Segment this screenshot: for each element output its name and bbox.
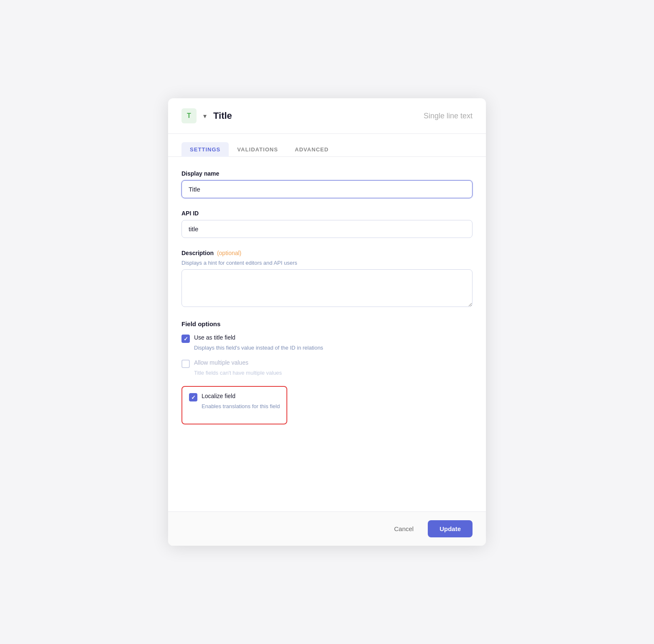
tab-advanced[interactable]: ADVANCED (286, 142, 337, 157)
optional-badge: (optional) (217, 250, 241, 256)
allow-multiple-group: Allow multiple values Title fields can't… (181, 359, 473, 376)
field-options-group: Field options ✓ Use as title field Displ… (181, 320, 473, 424)
api-id-input[interactable] (181, 220, 473, 238)
footer: Cancel Update (168, 511, 486, 546)
description-label: Description (optional) (181, 250, 473, 256)
header: T ▾ Title Single line text (168, 98, 486, 134)
use-as-title-checkbox[interactable]: ✓ (181, 335, 190, 343)
use-as-title-row: ✓ Use as title field (181, 334, 473, 343)
use-as-title-label: Use as title field (194, 334, 235, 341)
field-options-title: Field options (181, 320, 473, 327)
checkmark-icon: ✓ (191, 395, 196, 400)
allow-multiple-checkbox[interactable] (181, 360, 190, 368)
use-as-title-group: ✓ Use as title field Displays this field… (181, 334, 473, 351)
content-area: Display name API ID Description (optiona… (168, 157, 486, 511)
checkmark-icon: ✓ (184, 336, 188, 342)
modal-container: T ▾ Title Single line text SETTINGS VALI… (168, 98, 486, 546)
localize-field-label: Localize field (202, 393, 235, 399)
tabs: SETTINGS VALIDATIONS ADVANCED (168, 134, 486, 157)
tab-settings[interactable]: SETTINGS (181, 142, 229, 157)
localize-field-description: Enables translations for this field (202, 403, 280, 409)
allow-multiple-label: Allow multiple values (194, 359, 248, 366)
cancel-button[interactable]: Cancel (386, 521, 421, 537)
api-id-label: API ID (181, 210, 473, 217)
update-button[interactable]: Update (428, 520, 473, 537)
description-hint: Displays a hint for content editors and … (181, 260, 473, 266)
localize-field-group: ✓ Localize field Enables translations fo… (189, 393, 280, 409)
header-left: T ▾ Title (181, 108, 232, 123)
allow-multiple-row: Allow multiple values (181, 359, 473, 368)
allow-multiple-description: Title fields can't have multiple values (194, 370, 473, 376)
description-input[interactable] (181, 269, 473, 307)
display-name-label: Display name (181, 170, 473, 177)
api-id-group: API ID (181, 210, 473, 238)
localize-field-row: ✓ Localize field (189, 393, 280, 401)
dropdown-arrow[interactable]: ▾ (201, 112, 209, 120)
page-title: Title (213, 110, 232, 121)
localize-field-checkbox[interactable]: ✓ (189, 393, 197, 401)
display-name-input[interactable] (181, 180, 473, 198)
display-name-group: Display name (181, 170, 473, 198)
field-icon: T (181, 108, 197, 123)
use-as-title-description: Displays this field's value instead of t… (194, 345, 473, 351)
field-type-label: Single line text (424, 112, 473, 120)
localize-field-highlighted-box: ✓ Localize field Enables translations fo… (181, 386, 287, 424)
description-group: Description (optional) Displays a hint f… (181, 250, 473, 309)
tab-validations[interactable]: VALIDATIONS (229, 142, 286, 157)
